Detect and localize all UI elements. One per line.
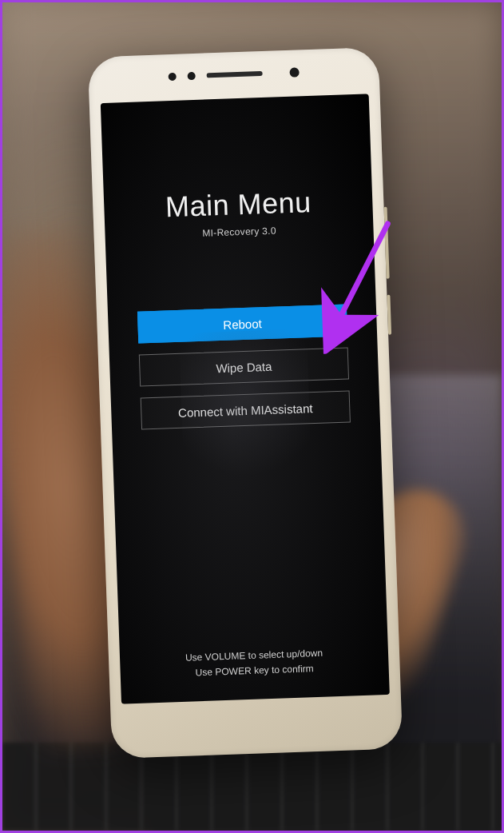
phone-sensors — [89, 65, 379, 85]
menu-item-reboot[interactable]: Reboot — [137, 304, 347, 343]
keyboard-background — [2, 743, 502, 831]
front-camera-icon — [289, 67, 299, 77]
page-subtitle: MI-Recovery 3.0 — [166, 224, 312, 240]
menu-item-label: Reboot — [223, 317, 262, 332]
phone-device: Main Menu MI-Recovery 3.0 Reboot Wipe Da… — [88, 47, 403, 759]
recovery-menu: Reboot Wipe Data Connect with MIAssistan… — [137, 304, 351, 429]
menu-item-wipe-data[interactable]: Wipe Data — [139, 347, 349, 386]
menu-item-label: Wipe Data — [216, 359, 272, 374]
menu-item-label: Connect with MIAssistant — [178, 401, 313, 420]
speaker-icon — [207, 71, 263, 78]
proximity-sensor-icon — [169, 73, 177, 81]
usage-hints: Use VOLUME to select up/down Use POWER k… — [120, 644, 389, 684]
title-block: Main Menu MI-Recovery 3.0 — [165, 185, 312, 240]
light-sensor-icon — [188, 72, 196, 80]
page-title: Main Menu — [165, 185, 312, 224]
phone-screen: Main Menu MI-Recovery 3.0 Reboot Wipe Da… — [101, 94, 390, 703]
menu-item-connect-miassistant[interactable]: Connect with MIAssistant — [141, 390, 351, 429]
